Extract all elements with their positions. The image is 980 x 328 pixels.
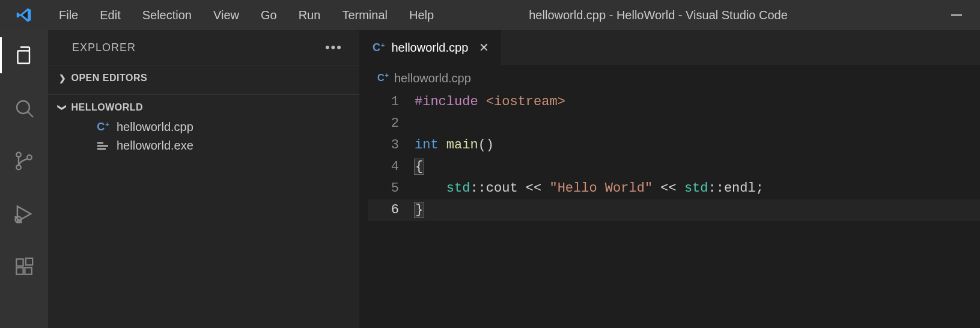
minimize-icon[interactable] <box>951 14 962 16</box>
activity-run-debug[interactable] <box>0 198 48 229</box>
line-number: 2 <box>368 113 415 135</box>
window-controls <box>896 14 980 16</box>
file-row[interactable]: helloworld.exe <box>59 136 359 155</box>
svg-rect-10 <box>16 267 23 274</box>
svg-point-5 <box>27 155 32 160</box>
code-line[interactable]: 4{ <box>368 156 980 178</box>
line-number: 6 <box>368 199 415 221</box>
explorer-more-icon[interactable]: ••• <box>325 40 342 55</box>
code-line[interactable]: 2 <box>368 113 980 135</box>
editor-tabs: C helloworld.cpp ✕ <box>359 30 980 65</box>
menu-file[interactable]: File <box>48 5 89 26</box>
svg-point-1 <box>17 101 29 114</box>
svg-line-2 <box>28 112 33 117</box>
cpp-file-icon: C <box>373 41 384 54</box>
svg-rect-0 <box>18 51 30 64</box>
svg-rect-11 <box>25 267 31 274</box>
breadcrumb-file: helloworld.cpp <box>394 71 471 85</box>
tab-helloworld-cpp[interactable]: C helloworld.cpp ✕ <box>359 30 501 65</box>
menu-terminal[interactable]: Terminal <box>331 5 398 26</box>
tab-label: helloworld.cpp <box>391 41 468 55</box>
window-title: helloworld.cpp - HelloWorld - Visual Stu… <box>445 8 896 22</box>
editor-area: C helloworld.cpp ✕ C helloworld.cpp 1#in… <box>359 30 980 328</box>
menu-bar: FileEditSelectionViewGoRunTerminalHelp <box>48 5 445 26</box>
file-row[interactable]: Chelloworld.cpp <box>59 118 359 136</box>
svg-rect-9 <box>16 259 23 266</box>
activity-search[interactable] <box>0 93 48 124</box>
code-line[interactable]: 5 std::cout << "Hello World" << std::end… <box>368 178 980 199</box>
menu-help[interactable]: Help <box>398 5 445 26</box>
line-number: 1 <box>368 91 415 113</box>
line-content: int main() <box>415 135 494 156</box>
svg-point-4 <box>16 165 21 170</box>
file-name: helloworld.exe <box>117 139 193 153</box>
folder-label: HELLOWORLD <box>72 102 144 113</box>
explorer-sidebar: EXPLORER ••• ❯ OPEN EDITORS ❯ HELLOWORLD… <box>48 30 359 328</box>
close-icon[interactable]: ✕ <box>479 40 489 55</box>
breadcrumbs[interactable]: C helloworld.cpp <box>359 65 980 91</box>
line-number: 3 <box>368 135 415 156</box>
activity-bar <box>0 30 48 328</box>
main-layout: EXPLORER ••• ❯ OPEN EDITORS ❯ HELLOWORLD… <box>0 30 980 328</box>
text-file-icon <box>96 142 109 150</box>
line-content: } <box>415 199 424 221</box>
line-number: 5 <box>368 178 415 199</box>
menu-edit[interactable]: Edit <box>89 5 131 26</box>
vscode-logo-icon <box>0 7 48 23</box>
code-line[interactable]: 3int main() <box>368 135 980 156</box>
chevron-down-icon: ❯ <box>58 104 67 112</box>
cpp-file-icon: C <box>377 73 388 84</box>
code-editor[interactable]: 1#include <iostream>23int main()4{5 std:… <box>359 91 980 221</box>
cpp-file-icon: C <box>96 121 109 133</box>
file-name: helloworld.cpp <box>117 120 193 134</box>
activity-explorer[interactable] <box>0 40 48 71</box>
open-editors-section[interactable]: ❯ OPEN EDITORS <box>48 65 359 94</box>
code-line[interactable]: 6} <box>368 199 980 221</box>
open-editors-label: OPEN EDITORS <box>72 73 148 84</box>
menu-selection[interactable]: Selection <box>132 5 202 26</box>
svg-point-3 <box>16 153 21 157</box>
explorer-header: EXPLORER ••• <box>48 30 359 65</box>
menu-run[interactable]: Run <box>288 5 332 26</box>
menu-go[interactable]: Go <box>250 5 288 26</box>
svg-rect-12 <box>26 258 32 265</box>
line-number: 4 <box>368 156 415 178</box>
line-content: #include <iostream> <box>415 91 565 113</box>
activity-source-control[interactable] <box>0 145 48 177</box>
line-content: { <box>415 156 424 178</box>
menu-view[interactable]: View <box>202 5 250 26</box>
svg-marker-6 <box>17 206 31 221</box>
code-line[interactable]: 1#include <iostream> <box>368 91 980 113</box>
chevron-right-icon: ❯ <box>59 73 67 83</box>
activity-extensions[interactable] <box>0 251 48 282</box>
folder-section[interactable]: ❯ HELLOWORLD Chelloworld.cpphelloworld.e… <box>48 94 359 161</box>
titlebar: FileEditSelectionViewGoRunTerminalHelp h… <box>0 0 980 30</box>
explorer-title: EXPLORER <box>72 41 136 54</box>
line-content: std::cout << "Hello World" << std::endl; <box>415 178 764 199</box>
